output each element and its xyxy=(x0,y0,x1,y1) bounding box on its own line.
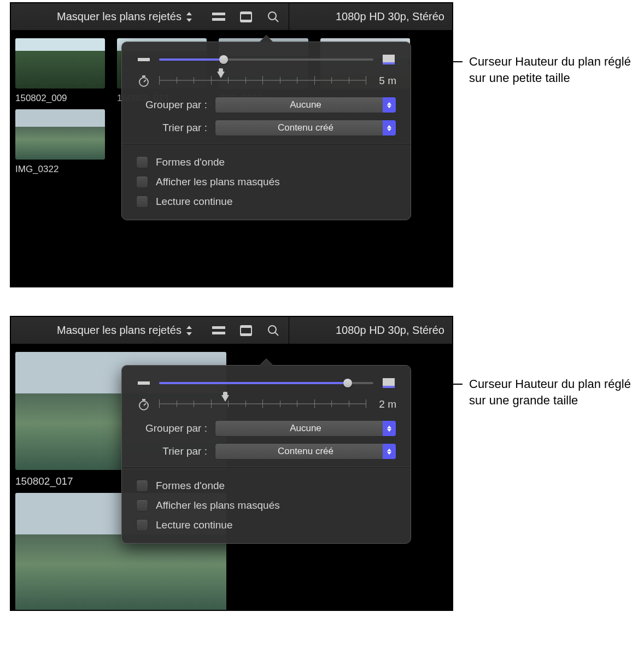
svg-rect-9 xyxy=(383,62,395,64)
popover-arrow-icon xyxy=(260,359,273,366)
group-by-value: Aucune xyxy=(290,423,321,434)
dropdown-arrows-icon xyxy=(383,97,396,113)
callout-large: Curseur Hauteur du plan réglé sur une gr… xyxy=(469,376,644,408)
toolbar-icons xyxy=(211,9,281,25)
clip-height-small-icon xyxy=(136,379,151,387)
format-label: 1080p HD 30p, Stéréo xyxy=(336,10,449,23)
browser-panel-small: Masquer les plans rejetés 1080p HD 30p, … xyxy=(10,2,453,287)
search-icon[interactable] xyxy=(266,9,281,25)
clip-duration-slider[interactable] xyxy=(159,396,366,413)
svg-rect-25 xyxy=(142,399,145,401)
sort-by-dropdown[interactable]: Contenu créé xyxy=(215,443,396,460)
sort-by-label: Trier par : xyxy=(136,445,207,457)
continuous-label: Lecture continue xyxy=(156,196,233,208)
svg-line-11 xyxy=(144,80,146,82)
show-hidden-label: Afficher les plans masqués xyxy=(156,176,280,188)
clip-thumbnail[interactable] xyxy=(15,38,105,89)
group-by-dropdown[interactable]: Aucune xyxy=(215,97,396,113)
filter-label: Masquer les plans rejetés xyxy=(57,324,182,337)
dropdown-arrows-icon xyxy=(383,444,396,459)
svg-rect-8 xyxy=(383,55,395,62)
svg-rect-13 xyxy=(212,326,225,329)
toolbar-divider xyxy=(289,317,289,344)
dropdown-arrows-icon xyxy=(383,421,396,436)
waveforms-checkbox-row[interactable]: Formes d'onde xyxy=(136,156,396,168)
stopwatch-icon xyxy=(136,398,151,411)
svg-rect-4 xyxy=(241,20,251,22)
clip-item[interactable]: IMG_0322 xyxy=(15,109,105,175)
duration-value: 2 m xyxy=(373,398,396,410)
stopwatch-icon xyxy=(136,74,151,87)
svg-rect-3 xyxy=(241,12,251,14)
svg-line-24 xyxy=(144,403,146,405)
search-icon[interactable] xyxy=(266,323,281,338)
popover-arrow-icon xyxy=(260,36,273,42)
show-hidden-checkbox-row[interactable]: Afficher les plans masqués xyxy=(136,499,396,511)
list-view-icon[interactable] xyxy=(211,323,226,338)
show-hidden-label: Afficher les plans masqués xyxy=(156,499,280,511)
sort-by-value: Contenu créé xyxy=(278,122,333,133)
group-by-value: Aucune xyxy=(290,99,321,110)
callout-small: Curseur Hauteur du plan réglé sur une pe… xyxy=(469,54,644,86)
filter-popup-button[interactable]: Masquer les plans rejetés xyxy=(52,9,197,24)
dropdown-arrows-icon xyxy=(383,120,396,136)
clip-duration-slider[interactable] xyxy=(159,73,366,89)
checkbox-icon[interactable] xyxy=(136,196,148,208)
clip-label: 150802_009 xyxy=(15,93,105,104)
sort-by-value: Contenu créé xyxy=(278,446,333,457)
svg-rect-14 xyxy=(212,332,225,334)
svg-rect-21 xyxy=(383,378,395,386)
svg-rect-0 xyxy=(212,13,225,15)
clip-height-slider[interactable] xyxy=(159,58,373,61)
checkbox-icon[interactable] xyxy=(136,480,148,492)
browser-toolbar: Masquer les plans rejetés 1080p HD 30p, … xyxy=(11,317,452,344)
svg-point-18 xyxy=(268,326,276,333)
waveforms-label: Formes d'onde xyxy=(156,480,225,492)
duration-value: 5 m xyxy=(373,75,396,87)
toolbar-divider xyxy=(289,3,289,31)
callout-line xyxy=(408,384,462,385)
group-by-label: Grouper par : xyxy=(136,99,207,111)
checkbox-icon[interactable] xyxy=(136,176,148,188)
clip-height-slider[interactable] xyxy=(159,382,373,384)
svg-rect-16 xyxy=(241,326,251,328)
waveforms-label: Formes d'onde xyxy=(156,156,225,168)
sort-by-dropdown[interactable]: Contenu créé xyxy=(215,120,396,136)
clip-height-large-icon xyxy=(381,54,396,65)
clip-label: IMG_0322 xyxy=(15,164,105,175)
waveforms-checkbox-row[interactable]: Formes d'onde xyxy=(136,480,396,492)
svg-rect-1 xyxy=(212,18,225,21)
clip-appearance-popover: 5 m Grouper par : Aucune Trier par : Con… xyxy=(121,42,411,220)
filmstrip-icon[interactable] xyxy=(238,323,254,338)
show-hidden-checkbox-row[interactable]: Afficher les plans masqués xyxy=(136,176,396,188)
clip-height-large-icon xyxy=(381,378,396,389)
browser-panel-large: Masquer les plans rejetés 1080p HD 30p, … xyxy=(10,316,453,611)
clip-item[interactable]: 150802_009 xyxy=(15,38,105,104)
svg-line-19 xyxy=(275,332,278,336)
updown-arrows-icon xyxy=(186,11,192,22)
browser-toolbar: Masquer les plans rejetés 1080p HD 30p, … xyxy=(11,3,452,31)
checkbox-icon[interactable] xyxy=(136,519,148,531)
filmstrip-icon[interactable] xyxy=(238,9,254,25)
clip-thumbnail[interactable] xyxy=(15,109,105,160)
group-by-dropdown[interactable]: Aucune xyxy=(215,420,396,437)
svg-rect-20 xyxy=(138,381,150,385)
continuous-checkbox-row[interactable]: Lecture continue xyxy=(136,196,396,208)
filter-label: Masquer les plans rejetés xyxy=(57,10,182,23)
continuous-checkbox-row[interactable]: Lecture continue xyxy=(136,519,396,531)
clip-appearance-popover: 2 m Grouper par : Aucune Trier par : Con… xyxy=(121,365,411,544)
format-label: 1080p HD 30p, Stéréo xyxy=(336,324,449,337)
svg-line-6 xyxy=(275,19,278,22)
group-by-label: Grouper par : xyxy=(136,422,207,434)
svg-rect-12 xyxy=(142,75,145,77)
sort-by-label: Trier par : xyxy=(136,122,207,134)
callout-line xyxy=(408,61,462,62)
checkbox-icon[interactable] xyxy=(136,499,148,511)
filter-popup-button[interactable]: Masquer les plans rejetés xyxy=(52,323,197,338)
continuous-label: Lecture continue xyxy=(156,519,233,531)
svg-rect-17 xyxy=(241,333,251,336)
checkbox-icon[interactable] xyxy=(136,156,148,168)
svg-point-5 xyxy=(268,12,276,20)
clip-height-small-icon xyxy=(136,56,151,63)
list-view-icon[interactable] xyxy=(211,9,226,25)
